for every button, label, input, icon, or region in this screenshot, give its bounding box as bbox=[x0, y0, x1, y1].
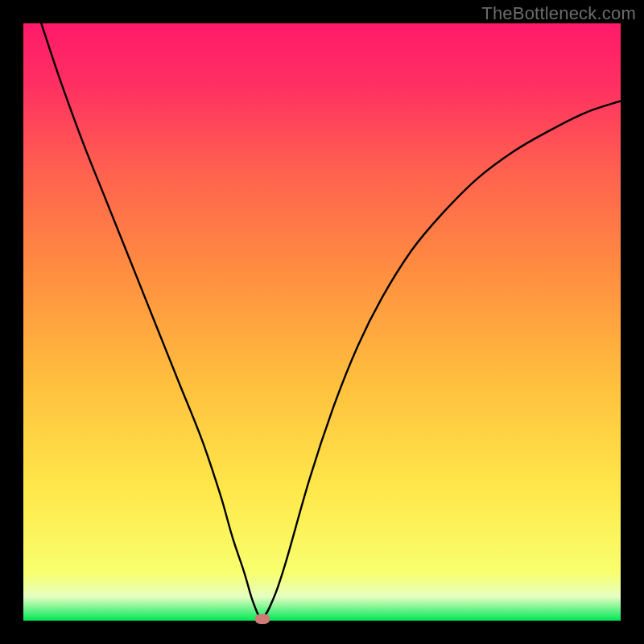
curve-svg bbox=[23, 23, 621, 621]
bottleneck-curve bbox=[41, 23, 621, 617]
minimum-marker bbox=[255, 614, 270, 624]
chart-frame: TheBottleneck.com bbox=[0, 0, 644, 644]
plot-area bbox=[23, 23, 621, 621]
watermark-text: TheBottleneck.com bbox=[481, 3, 636, 24]
